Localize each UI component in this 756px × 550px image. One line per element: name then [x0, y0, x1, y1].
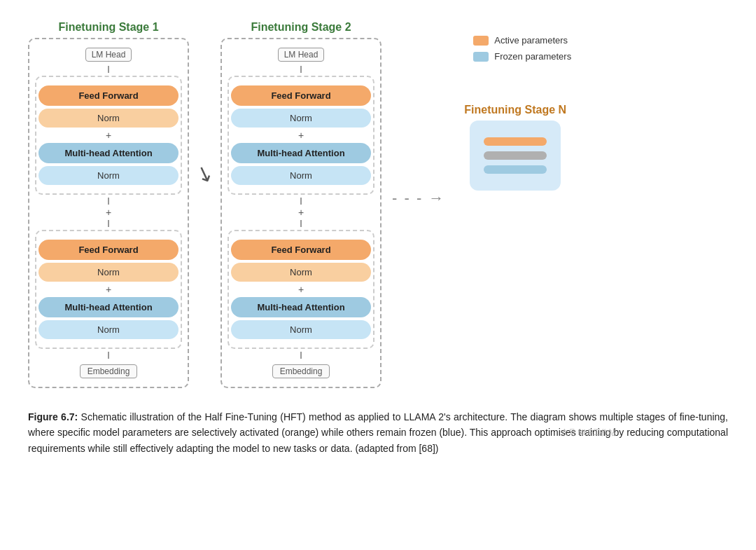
stage1-block2-norm2: Norm: [38, 320, 178, 339]
stage1-block1-ff: Feed Forward: [38, 85, 178, 106]
watermark: 众号 NLP工作站: [561, 427, 616, 438]
stage2-lmhead: LM Head: [278, 48, 325, 62]
legend: Active parameters Frozen parameters: [473, 35, 571, 62]
stage-n-wrapper: Finetuning Stage N: [459, 104, 571, 191]
stage-n-box: [470, 121, 561, 191]
dashed-arrow: - - - →: [392, 189, 445, 207]
stage2-line4: [300, 352, 302, 359]
stage2-block2-norm: Norm: [231, 263, 371, 282]
stage1-plus3: +: [106, 284, 111, 294]
stage1-title: Finetuning Stage 1: [58, 21, 158, 34]
stage1-block1-norm2: Norm: [38, 166, 178, 185]
legend-active-label: Active parameters: [494, 35, 568, 46]
stage1-line3: [108, 220, 109, 227]
legend-active-box: [473, 36, 489, 46]
legend-frozen: Frozen parameters: [473, 51, 571, 62]
arrow1: ↘: [196, 161, 214, 186]
stage1-block1: Feed Forward Norm + Multi-head Attention…: [35, 76, 182, 195]
legend-frozen-label: Frozen parameters: [494, 51, 571, 62]
stage2-plus2: +: [298, 207, 304, 217]
main-container: Finetuning Stage 1 LM Head Feed Forward …: [0, 0, 756, 470]
stage2-line1: [300, 66, 302, 73]
stage-n-line2: [484, 151, 547, 160]
stage2-embedding: Embedding: [272, 364, 330, 378]
stage2-block1-mha: Multi-head Attention: [231, 143, 371, 163]
stage1-line2: [108, 198, 109, 205]
figure-caption: Figure 6.7: Schematic illustration of th…: [28, 409, 728, 456]
stage1-block2: Feed Forward Norm + Multi-head Attention…: [35, 230, 182, 349]
caption-label: Figure 6.7:: [28, 411, 78, 422]
stage1-block2-norm: Norm: [38, 263, 178, 282]
stage2-block1-norm: Norm: [231, 109, 371, 128]
stage2-line3: [300, 220, 302, 227]
right-section: Finetuning Stage 2 LM Head Feed Forward …: [220, 21, 571, 388]
stage1-block1-norm: Norm: [38, 109, 178, 128]
stage1-wrapper: Finetuning Stage 1 LM Head Feed Forward …: [28, 21, 189, 388]
stage-n-line3: [484, 165, 547, 174]
stage2-block2: Feed Forward Norm + Multi-head Attention…: [227, 230, 374, 349]
stage1-plus1: +: [106, 130, 111, 140]
stage2-plus1: +: [298, 130, 304, 140]
stage1-embedding: Embedding: [80, 364, 138, 378]
stage1-box: LM Head Feed Forward Norm + Multi-head A…: [28, 38, 189, 388]
diagram-area: Finetuning Stage 1 LM Head Feed Forward …: [28, 21, 728, 388]
stage2-line2: [300, 198, 302, 205]
arrow1-icon: ↘: [192, 159, 217, 188]
stage-n-title: Finetuning Stage N: [464, 104, 566, 116]
stage2-plus3: +: [298, 284, 304, 294]
stage2-box: LM Head Feed Forward Norm + Multi-head A…: [220, 38, 382, 388]
stage2-block2-ff: Feed Forward: [231, 240, 371, 260]
stage1-plus2: +: [106, 207, 111, 217]
stage2-block1: Feed Forward Norm + Multi-head Attention…: [227, 76, 374, 195]
stage2-wrapper: Finetuning Stage 2 LM Head Feed Forward …: [220, 21, 382, 388]
stage1-line4: [108, 352, 109, 359]
stage1-line1: [108, 66, 109, 73]
stage2-block1-norm2: Norm: [231, 166, 371, 185]
stage1-block2-ff: Feed Forward: [38, 240, 178, 260]
stage2-block2-mha: Multi-head Attention: [231, 297, 371, 317]
stage1-block2-mha: Multi-head Attention: [38, 297, 178, 317]
stage2-and-arrow: Finetuning Stage 2 LM Head Feed Forward …: [220, 21, 571, 388]
stage2-title: Finetuning Stage 2: [251, 21, 351, 34]
stage2-block1-ff: Feed Forward: [231, 85, 371, 106]
legend-active: Active parameters: [473, 35, 571, 46]
stage2-block2-norm2: Norm: [231, 320, 371, 339]
legend-frozen-box: [473, 52, 489, 62]
stage1-block1-mha: Multi-head Attention: [38, 143, 178, 163]
caption-text: Schematic illustration of the Half Fine-…: [28, 411, 728, 454]
stage-n-line1: [484, 137, 547, 146]
stage1-lmhead: LM Head: [85, 48, 132, 62]
